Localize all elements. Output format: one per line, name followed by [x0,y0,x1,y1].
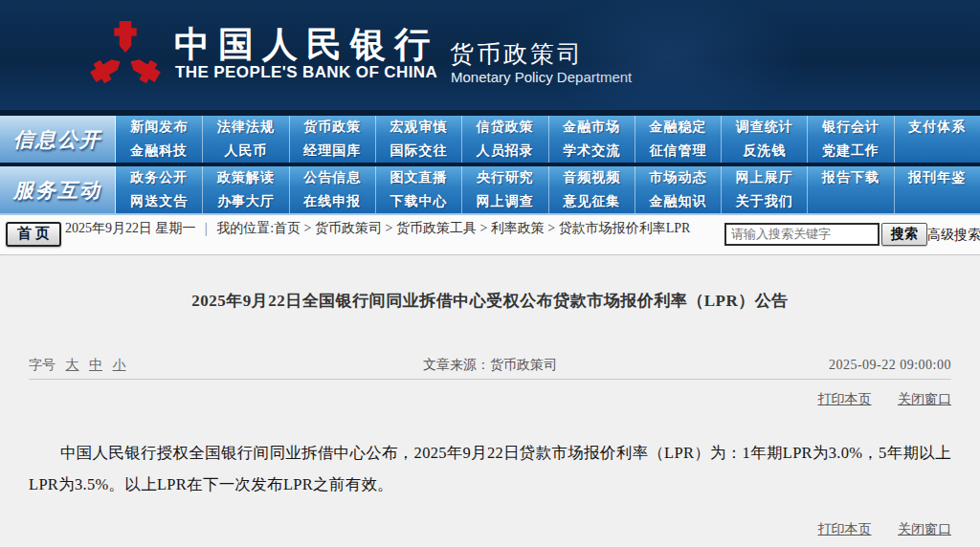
nav-item-empty [894,190,980,214]
print-page-link[interactable]: 打印本页 [818,522,872,536]
nav-item[interactable]: 支付体系 [894,116,980,140]
nav-item[interactable]: 人员招录 [461,140,547,164]
font-size-large-link[interactable]: 大 [66,358,79,372]
breadcrumb-path[interactable]: 我的位置:首页 > 货币政策司 > 货币政策工具 > 利率政策 > 贷款市场报价… [216,221,690,235]
nav-item[interactable]: 信贷政策 [461,116,547,140]
nav-item[interactable]: 货币政策 [289,116,375,140]
nav-item[interactable]: 政务公开 [116,166,202,190]
breadcrumb-bar: 首 页 2025年9月22日 星期一｜我的位置:首页 > 货币政策司 > 货币政… [0,213,980,255]
nav-section-services[interactable]: 服务互动 [0,166,116,213]
font-size-small-link[interactable]: 小 [113,358,126,372]
font-size-medium-link[interactable]: 中 [89,358,102,372]
nav-item[interactable]: 网上展厅 [721,166,807,190]
nav-item[interactable]: 网送文告 [116,190,202,214]
site-header: 中国人民银行 THE PEOPLE'S BANK OF CHINA 货币政策司 … [0,0,980,110]
nav-item[interactable]: 图文直播 [375,166,461,190]
nav-item[interactable]: 金融市场 [548,116,635,140]
nav-item[interactable]: 在线申报 [289,190,375,214]
nav-item[interactable]: 关于我们 [721,190,807,214]
print-page-link[interactable]: 打印本页 [818,392,872,406]
nav-item[interactable]: 人民币 [202,140,288,164]
source-value: 货币政策司 [490,358,557,372]
nav-item[interactable]: 音频视频 [548,166,635,190]
pboc-logo-icon [88,15,163,96]
breadcrumb: 2025年9月22日 星期一｜我的位置:首页 > 货币政策司 > 货币政策工具 … [65,219,692,237]
nav-menu-grid: 政务公开 政策解读 公告信息 图文直播 央行研究 音频视频 市场动态 网上展厅 … [116,166,980,213]
nav-item[interactable]: 央行研究 [461,166,547,190]
close-window-link[interactable]: 关闭窗口 [898,522,951,536]
nav-item[interactable]: 报刊年鉴 [894,166,980,190]
font-size-controls: 字号 大 中 小 [29,357,126,374]
nav-item[interactable]: 下载中心 [375,190,461,214]
nav-band-info-disclosure: 信息公开 新闻发布 法律法规 货币政策 宏观审慎 信贷政策 金融市场 金融稳定 … [0,116,980,163]
nav-item[interactable]: 国际交往 [375,140,461,164]
font-size-label: 字号 [29,358,56,372]
article-actions-bottom: 打印本页 关闭窗口 [29,521,951,538]
nav-item-empty [807,190,893,214]
article-content: 2025年9月22日全国银行间同业拆借中心受权公布贷款市场报价利率（LPR）公告… [0,255,980,547]
department-name-cn: 货币政策司 [450,38,584,70]
advanced-search-link[interactable]: 高级搜索 [927,227,980,244]
department-name-en: Monetary Policy Department [451,69,632,85]
nav-item[interactable]: 公告信息 [289,166,375,190]
nav-item[interactable]: 网上调查 [461,190,547,214]
nav-item[interactable]: 意见征集 [548,190,635,214]
nav-item[interactable]: 金融知识 [635,190,721,214]
nav-menu-grid: 新闻发布 法律法规 货币政策 宏观审慎 信贷政策 金融市场 金融稳定 调查统计 … [116,116,980,163]
source-label: 文章来源： [423,358,490,372]
nav-item[interactable]: 金融稳定 [635,116,721,140]
nav-item[interactable]: 政策解读 [202,166,288,190]
bank-name-en: THE PEOPLE'S BANK OF CHINA [175,63,437,82]
nav-item[interactable]: 调查统计 [721,116,807,140]
breadcrumb-divider: ｜ [196,221,217,235]
nav-item[interactable]: 新闻发布 [116,116,202,140]
nav-section-info-disclosure[interactable]: 信息公开 [0,116,116,163]
search-button[interactable]: 搜索 [881,223,927,246]
search-input[interactable] [724,223,880,246]
home-button[interactable]: 首 页 [6,222,61,247]
nav-item[interactable]: 市场动态 [635,166,721,190]
nav-item[interactable]: 经理国库 [289,140,375,164]
nav-item[interactable]: 银行会计 [807,116,893,140]
page-title: 2025年9月22日全国银行间同业拆借中心受权公布贷款市场报价利率（LPR）公告 [0,290,980,312]
nav-item-empty [894,140,980,164]
nav-item[interactable]: 办事大厅 [202,190,288,214]
bank-name-cn: 中国人民银行 [174,21,442,69]
article-source: 文章来源：货币政策司 [423,357,557,374]
nav-item[interactable]: 金融科技 [116,140,202,164]
nav-item[interactable]: 法律法规 [202,116,288,140]
nav-item[interactable]: 报告下载 [807,166,893,190]
nav-band-services: 服务互动 政务公开 政策解读 公告信息 图文直播 央行研究 音频视频 市场动态 … [0,166,980,213]
publish-datetime: 2025-09-22 09:00:00 [829,358,951,373]
nav-item[interactable]: 党建工作 [807,140,893,164]
nav-item[interactable]: 学术交流 [548,140,635,164]
close-window-link[interactable]: 关闭窗口 [898,392,951,406]
nav-item[interactable]: 反洗钱 [721,140,807,164]
current-date: 2025年9月22日 星期一 [65,221,196,235]
article-meta-row: 字号 大 中 小 文章来源：货币政策司 2025-09-22 09:00:00 [29,354,951,380]
article-body-text: 中国人民银行授权全国银行间同业拆借中心公布，2025年9月22日贷款市场报价利率… [29,437,951,500]
article-actions-top: 打印本页 关闭窗口 [29,391,951,408]
nav-item[interactable]: 宏观审慎 [375,116,461,140]
nav-item[interactable]: 征信管理 [635,140,721,164]
